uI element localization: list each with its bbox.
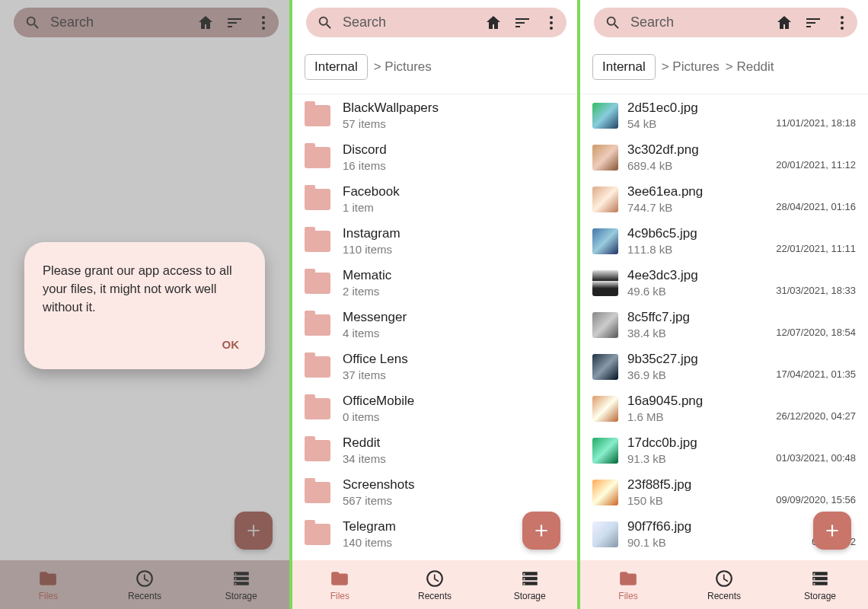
item-name: 16a9045.png bbox=[627, 394, 776, 409]
list-item[interactable]: Screenshots567 items bbox=[292, 471, 577, 513]
folder-icon bbox=[305, 356, 330, 378]
item-name: 90f7f66.jpg bbox=[627, 519, 812, 534]
search-bar[interactable]: Search bbox=[306, 8, 566, 37]
search-placeholder: Search bbox=[343, 14, 484, 30]
list-item[interactable]: Reddit34 items bbox=[292, 429, 577, 471]
item-sub: 49.6 kB bbox=[627, 285, 776, 298]
breadcrumb-root[interactable]: Internal bbox=[305, 54, 368, 80]
thumbnail bbox=[592, 187, 618, 212]
list-item[interactable]: Messenger4 items bbox=[292, 304, 577, 346]
home-icon[interactable] bbox=[775, 14, 793, 32]
item-sub: 37 items bbox=[343, 368, 565, 381]
item-sub: 1.6 MB bbox=[627, 410, 776, 423]
list-item[interactable]: 3c302df.png689.4 kB20/01/2021, 11:12 bbox=[580, 136, 868, 178]
dialog-ok-button[interactable]: OK bbox=[215, 333, 247, 356]
list-item[interactable]: 17dcc0b.jpg91.3 kB01/03/2021, 00:48 bbox=[580, 429, 868, 471]
item-sub: 34 items bbox=[343, 452, 565, 465]
sort-icon[interactable] bbox=[513, 14, 531, 32]
list-item[interactable]: Instagram110 items bbox=[292, 220, 577, 262]
breadcrumb-root[interactable]: Internal bbox=[592, 54, 656, 80]
breadcrumb: Internal > Pictures > Reddit bbox=[580, 45, 868, 94]
more-icon[interactable] bbox=[542, 14, 560, 32]
fab-add[interactable] bbox=[522, 512, 560, 550]
item-sub: 16 items bbox=[343, 159, 565, 172]
nav-storage[interactable]: Storage bbox=[772, 560, 868, 609]
list-item[interactable]: BlackWallpapers57 items bbox=[292, 94, 577, 136]
thumbnail bbox=[592, 228, 618, 254]
item-date: 17/04/2021, 01:35 bbox=[776, 368, 856, 380]
folder-icon bbox=[305, 482, 330, 503]
list-item[interactable]: 2d51ec0.jpg54 kB11/01/2021, 18:18 bbox=[580, 94, 868, 136]
item-date: 26/12/2020, 04:27 bbox=[776, 410, 856, 422]
item-sub: 150 kB bbox=[627, 494, 776, 507]
item-name: Discord bbox=[343, 142, 565, 158]
item-sub: 110 items bbox=[343, 243, 565, 256]
home-icon[interactable] bbox=[484, 14, 503, 32]
folder-icon bbox=[305, 440, 330, 461]
item-name: Instagram bbox=[343, 226, 565, 241]
search-bar[interactable]: Search bbox=[594, 8, 857, 37]
sort-icon[interactable] bbox=[804, 14, 822, 32]
bottom-nav: Files Recents Storage bbox=[580, 560, 868, 609]
list-item[interactable]: 8c5ffc7.jpg38.4 kB12/07/2020, 18:54 bbox=[580, 304, 868, 346]
item-sub: 54 kB bbox=[627, 117, 776, 130]
item-sub: 744.7 kB bbox=[627, 201, 776, 214]
list-item[interactable]: Office Lens37 items bbox=[292, 346, 577, 387]
thumbnail bbox=[592, 145, 618, 171]
list-item[interactable]: Facebook1 item bbox=[292, 178, 577, 220]
thumbnail bbox=[592, 312, 618, 338]
list-item[interactable]: OfficeMobile0 items bbox=[292, 387, 577, 429]
item-date: 28/04/2021, 01:16 bbox=[776, 201, 856, 212]
item-date: 12/07/2020, 18:54 bbox=[776, 327, 856, 338]
list-item[interactable]: 3ee61ea.png744.7 kB28/04/2021, 01:16 bbox=[580, 178, 868, 220]
item-sub: 4 items bbox=[343, 327, 565, 340]
item-name: Screenshots bbox=[343, 477, 565, 493]
item-sub: 111.8 kB bbox=[627, 243, 776, 256]
item-sub: 38.4 kB bbox=[627, 327, 776, 340]
item-name: 3c302df.png bbox=[627, 142, 776, 158]
item-sub: 689.4 kB bbox=[627, 159, 776, 172]
thumbnail bbox=[592, 354, 618, 380]
folder-icon bbox=[305, 105, 330, 126]
item-sub: 90.1 kB bbox=[627, 536, 812, 549]
nav-recents[interactable]: Recents bbox=[676, 560, 772, 609]
item-name: Mematic bbox=[343, 268, 565, 283]
list-item[interactable]: 23f88f5.jpg150 kB09/09/2020, 15:56 bbox=[580, 471, 868, 513]
item-date: 09/09/2020, 15:56 bbox=[776, 494, 856, 505]
nav-recents[interactable]: Recents bbox=[388, 560, 483, 609]
dialog-message: Please grant our app access to all your … bbox=[43, 262, 247, 317]
search-placeholder: Search bbox=[630, 14, 775, 30]
item-date: 22/01/2021, 11:11 bbox=[776, 243, 856, 254]
item-name: Reddit bbox=[343, 435, 565, 451]
item-name: Messenger bbox=[343, 310, 565, 325]
bottom-nav: Files Recents Storage bbox=[292, 560, 577, 609]
item-date: 20/01/2021, 11:12 bbox=[776, 159, 856, 171]
item-sub: 91.3 kB bbox=[627, 452, 776, 465]
nav-files[interactable]: Files bbox=[292, 560, 388, 609]
list-item[interactable]: 9b35c27.jpg36.9 kB17/04/2021, 01:35 bbox=[580, 346, 868, 387]
list-item[interactable]: Mematic2 items bbox=[292, 262, 577, 304]
fab-add[interactable] bbox=[813, 512, 851, 550]
nav-storage[interactable]: Storage bbox=[482, 560, 577, 609]
thumbnail bbox=[592, 103, 618, 129]
item-name: 4ee3dc3.jpg bbox=[627, 268, 776, 283]
breadcrumb-reddit[interactable]: > Reddit bbox=[726, 59, 774, 75]
file-list: 2d51ec0.jpg54 kB11/01/2021, 18:183c302df… bbox=[580, 94, 868, 560]
thumbnail bbox=[592, 480, 618, 505]
breadcrumb: Internal > Pictures bbox=[292, 45, 577, 94]
folder-icon bbox=[305, 189, 330, 210]
list-item[interactable]: Discord16 items bbox=[292, 136, 577, 178]
item-date: 01/03/2021, 00:48 bbox=[776, 452, 856, 464]
more-icon[interactable] bbox=[833, 14, 851, 32]
nav-files[interactable]: Files bbox=[580, 560, 676, 609]
list-item[interactable]: 16a9045.png1.6 MB26/12/2020, 04:27 bbox=[580, 387, 868, 429]
breadcrumb-pictures[interactable]: > Pictures bbox=[662, 59, 720, 75]
thumbnail bbox=[592, 270, 618, 296]
thumbnail bbox=[592, 521, 618, 547]
breadcrumb-pictures[interactable]: > Pictures bbox=[374, 59, 432, 75]
list-item[interactable]: 4ee3dc3.jpg49.6 kB31/03/2021, 18:33 bbox=[580, 262, 868, 304]
item-name: 9b35c27.jpg bbox=[627, 352, 776, 367]
list-item[interactable]: 4c9b6c5.jpg111.8 kB22/01/2021, 11:11 bbox=[580, 220, 868, 262]
search-icon bbox=[605, 14, 621, 31]
item-name: 3ee61ea.png bbox=[627, 184, 776, 199]
